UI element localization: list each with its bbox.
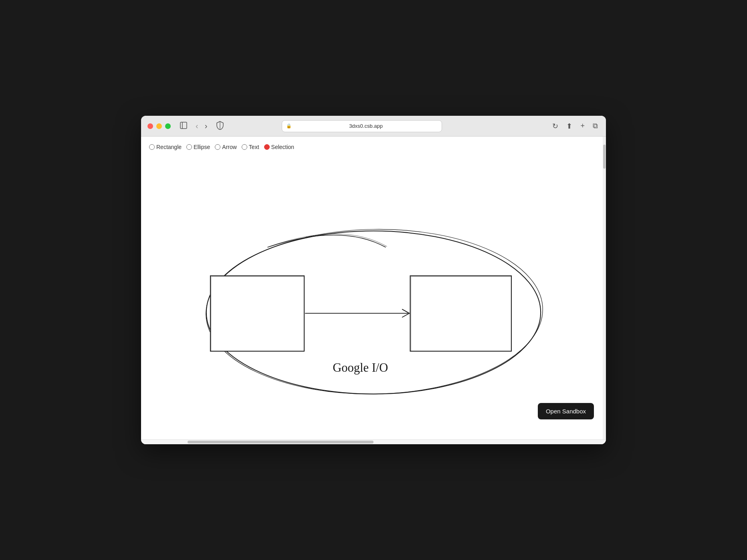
scrollbar[interactable] (603, 137, 606, 439)
traffic-lights (147, 123, 171, 129)
svg-rect-0 (180, 122, 187, 129)
address-bar[interactable]: 🔒 3dxs0.csb.app (282, 120, 442, 132)
forward-button[interactable]: › (202, 120, 210, 132)
bottom-scrollbar[interactable] (141, 439, 606, 444)
toolbar-right: ↻ ⬆ + ⧉ (551, 120, 600, 132)
open-sandbox-button[interactable]: Open Sandbox (538, 403, 594, 419)
browser-window: ‹ › 🔒 3dxs0.csb.app ↻ ⬆ + ⧉ (141, 116, 606, 444)
drawing-toolbar: Rectangle Ellipse Arrow Text Selection (147, 143, 296, 151)
tool-selection-label: Selection (271, 144, 295, 150)
tool-rectangle-label: Rectangle (156, 144, 182, 150)
radio-ellipse[interactable] (186, 144, 192, 150)
tool-arrow-label: Arrow (222, 144, 237, 150)
tool-arrow[interactable]: Arrow (213, 143, 238, 151)
sketch-top-curve (267, 235, 386, 248)
bottom-scrollbar-thumb[interactable] (188, 441, 374, 443)
left-rectangle (210, 276, 304, 351)
minimize-button[interactable] (156, 123, 162, 129)
scrollbar-thumb[interactable] (603, 145, 606, 169)
right-rectangle (410, 276, 511, 351)
share-button[interactable]: ⬆ (565, 120, 574, 132)
radio-arrow[interactable] (215, 144, 220, 150)
canvas-area: Rectangle Ellipse Arrow Text Selection (141, 137, 606, 439)
close-button[interactable] (147, 123, 153, 129)
tabs-button[interactable]: ⧉ (591, 120, 600, 132)
sidebar-toggle-icon[interactable] (180, 121, 188, 131)
shield-icon (216, 121, 224, 131)
new-tab-button[interactable]: + (579, 120, 586, 132)
nav-buttons: ‹ › (193, 120, 210, 132)
title-bar: ‹ › 🔒 3dxs0.csb.app ↻ ⬆ + ⧉ (141, 116, 606, 137)
drawing-svg[interactable]: Google I/O (141, 137, 606, 439)
canvas-text-label: Google I/O (333, 361, 388, 375)
back-button[interactable]: ‹ (193, 120, 201, 132)
radio-rectangle[interactable] (149, 144, 155, 150)
tool-text-label: Text (249, 144, 259, 150)
maximize-button[interactable] (165, 123, 171, 129)
url-text: 3dxs0.csb.app (294, 123, 438, 129)
tool-rectangle[interactable]: Rectangle (147, 143, 183, 151)
tool-ellipse-label: Ellipse (194, 144, 210, 150)
radio-selection[interactable] (264, 144, 270, 150)
tool-ellipse[interactable]: Ellipse (185, 143, 212, 151)
tool-text[interactable]: Text (240, 143, 261, 151)
refresh-button[interactable]: ↻ (551, 120, 560, 132)
radio-text[interactable] (242, 144, 247, 150)
lock-icon: 🔒 (286, 123, 292, 129)
tool-selection[interactable]: Selection (262, 143, 296, 151)
